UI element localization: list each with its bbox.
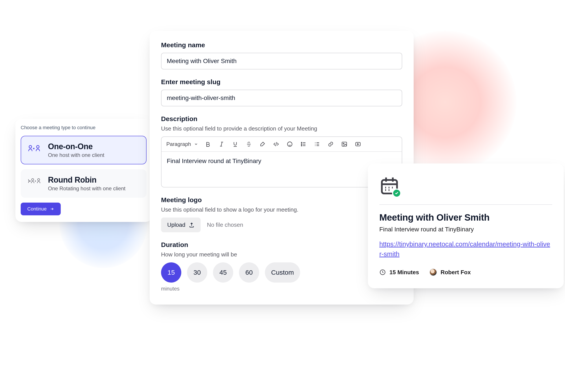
description-label: Description — [161, 115, 402, 123]
svg-point-4 — [288, 142, 292, 147]
upload-button[interactable]: Upload — [161, 218, 201, 232]
image-icon[interactable] — [341, 140, 348, 148]
paragraph-style-select[interactable]: Paragraph — [166, 141, 198, 147]
arrow-right-icon — [50, 207, 54, 211]
duration-option-45[interactable]: 45 — [213, 262, 233, 282]
svg-point-6 — [301, 144, 302, 145]
continue-label: Continue — [27, 206, 47, 212]
video-icon[interactable] — [354, 140, 362, 148]
emoji-icon[interactable] — [286, 140, 294, 148]
duration-option-30[interactable]: 30 — [187, 262, 207, 282]
clock-icon — [379, 269, 386, 276]
code-icon[interactable] — [272, 140, 280, 148]
meeting-type-card: Choose a meeting type to continue One-on… — [15, 119, 152, 222]
meeting-share-card: Meeting with Oliver Smith Final Intervie… — [368, 164, 564, 288]
ordered-list-icon[interactable] — [313, 140, 321, 148]
underline-icon[interactable] — [231, 140, 239, 148]
meeting-slug-input[interactable] — [161, 90, 402, 106]
unordered-list-icon[interactable] — [300, 140, 307, 148]
svg-point-2 — [32, 179, 34, 181]
meeting-slug-label: Enter meeting slug — [161, 78, 402, 86]
duration-help: How long your meeting will be — [161, 251, 402, 258]
description-textarea[interactable]: Final Interview round at TinyBinary — [162, 152, 402, 187]
svg-point-5 — [301, 142, 302, 143]
bold-icon[interactable] — [204, 140, 212, 148]
upload-status: No file chosen — [207, 222, 243, 228]
strikethrough-icon[interactable] — [245, 140, 253, 148]
meeting-type-option-round-robin[interactable]: Round Robin One Rotating host with one c… — [21, 169, 147, 198]
upload-icon — [189, 222, 194, 228]
svg-point-9 — [343, 143, 344, 144]
svg-point-0 — [29, 145, 32, 148]
share-url[interactable]: https://tinybinary.neetocal.com/calendar… — [379, 239, 552, 259]
option-subtitle: One host with one client — [48, 152, 104, 158]
duration-unit: minutes — [161, 286, 402, 292]
duration-option-custom[interactable]: Custom — [265, 262, 300, 282]
meeting-name-input[interactable] — [161, 53, 402, 70]
italic-icon[interactable] — [218, 140, 225, 148]
share-duration: 15 Minutes — [379, 269, 419, 276]
svg-rect-8 — [342, 142, 347, 146]
share-title: Meeting with Oliver Smith — [379, 212, 552, 223]
share-host: Robert Fox — [430, 268, 471, 276]
meeting-logo-label: Meeting logo — [161, 196, 402, 204]
svg-point-1 — [37, 145, 39, 148]
option-title: One-on-One — [48, 142, 104, 151]
continue-button[interactable]: Continue — [21, 203, 61, 215]
round-robin-icon — [28, 178, 42, 188]
duration-option-15[interactable]: 15 — [161, 262, 181, 282]
meeting-type-prompt: Choose a meeting type to continue — [21, 125, 147, 130]
highlight-icon[interactable] — [259, 140, 266, 148]
meeting-name-label: Meeting name — [161, 41, 402, 49]
one-on-one-icon — [28, 144, 42, 155]
duration-label: Duration — [161, 241, 402, 249]
meeting-type-option-one-on-one[interactable]: One-on-One One host with one client — [21, 136, 147, 164]
check-badge-icon — [392, 189, 401, 198]
description-help: Use this optional field to provide a des… — [161, 125, 402, 132]
share-subtitle: Final Interview round at TinyBinary — [379, 226, 552, 233]
divider — [379, 204, 552, 205]
option-subtitle: One Rotating host with one client — [48, 185, 125, 192]
svg-rect-10 — [356, 142, 360, 146]
duration-option-60[interactable]: 60 — [239, 262, 259, 282]
chevron-down-icon — [194, 142, 198, 146]
svg-point-3 — [38, 179, 40, 181]
option-title: Round Robin — [48, 175, 125, 184]
duration-options: 15 30 45 60 Custom — [161, 262, 402, 282]
link-icon[interactable] — [327, 140, 334, 148]
host-avatar — [430, 268, 437, 276]
svg-point-7 — [301, 145, 302, 146]
calendar-confirmed-icon — [379, 176, 400, 196]
editor-toolbar: Paragraph — [162, 137, 402, 152]
meeting-logo-help: Use this optional field to show a logo f… — [161, 206, 402, 213]
description-editor: Paragraph Final Interview round at TinyB… — [161, 137, 402, 187]
